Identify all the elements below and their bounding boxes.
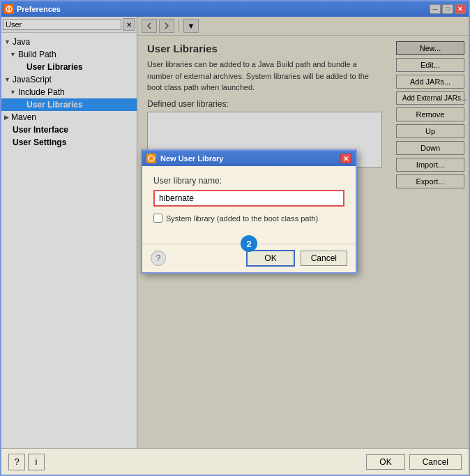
dialog-close-button[interactable]: ✕: [340, 154, 351, 163]
cancel-button[interactable]: Cancel: [409, 454, 462, 470]
dialog-icon: [146, 154, 156, 163]
dialog-help-button[interactable]: ?: [151, 251, 166, 266]
dialog-content: User library name: System library (added…: [142, 166, 356, 244]
maximize-button[interactable]: □: [442, 4, 453, 14]
info-button[interactable]: i: [28, 454, 45, 470]
dialog-footer: 2 ? OK Cancel: [142, 244, 356, 272]
new-user-library-dialog: New User Library ✕ User library name: Sy…: [141, 149, 357, 274]
dialog-cancel-button[interactable]: Cancel: [301, 251, 347, 266]
svg-point-2: [149, 156, 154, 161]
app-icon: [4, 4, 14, 14]
bottom-bar: ? i OK Cancel: [1, 448, 469, 475]
bottom-right-buttons: OK Cancel: [366, 454, 462, 470]
bottom-left-buttons: ? i: [8, 454, 45, 470]
system-library-row: System library (added to the boot class …: [153, 214, 344, 223]
dialog-title: New User Library: [160, 154, 223, 163]
dialog-ok-button[interactable]: OK: [246, 250, 294, 267]
main-window: Preferences ─ □ ✕ ✕ ▼ Java ▼: [0, 0, 470, 476]
window-controls: ─ □ ✕: [430, 4, 466, 14]
system-library-label: System library (added to the boot class …: [166, 214, 318, 223]
system-library-checkbox[interactable]: [153, 214, 162, 223]
window-title: Preferences: [17, 5, 430, 13]
dialog-input-label: User library name:: [153, 176, 344, 186]
ok-button[interactable]: OK: [366, 454, 404, 470]
step-2-circle: 2: [241, 235, 257, 252]
dialog-title-bar: New User Library ✕: [142, 151, 356, 166]
dialog-overlay: New User Library ✕ User library name: Sy…: [1, 17, 469, 448]
minimize-button[interactable]: ─: [430, 4, 441, 14]
help-button[interactable]: ?: [8, 454, 25, 470]
title-bar: Preferences ─ □ ✕: [1, 1, 469, 17]
close-button[interactable]: ✕: [455, 4, 466, 14]
library-name-input[interactable]: [153, 190, 344, 207]
